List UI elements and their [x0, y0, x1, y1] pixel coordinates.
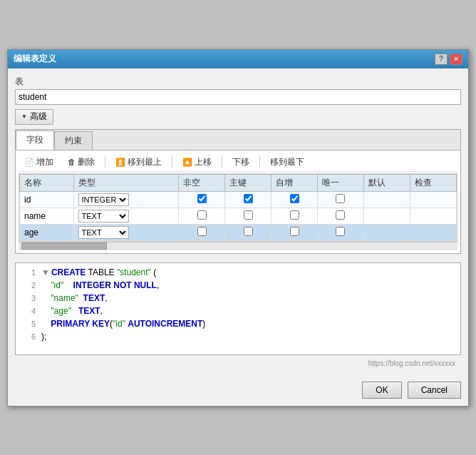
field-type-cell: INTEGERTEXTREALBLOB: [73, 191, 179, 208]
horizontal-scrollbar[interactable]: [19, 242, 457, 250]
unique-cell[interactable]: [317, 191, 363, 208]
col-type: 类型: [73, 174, 179, 191]
autoincr-cell[interactable]: [271, 191, 318, 208]
notnull-checkbox[interactable]: [197, 227, 207, 236]
advanced-button[interactable]: ▼ 高级: [15, 109, 53, 125]
sql-content: "age" TEXT,: [41, 305, 103, 317]
sql-content: "name" TEXT,: [41, 292, 108, 305]
line-num: 4: [19, 305, 36, 317]
autoincr-checkbox[interactable]: [290, 227, 299, 236]
table-header-row: 名称 类型 非空 主键 自增 唯一 默认 检查: [20, 174, 457, 191]
field-type-cell: TEXTINTEGERREALBLOB: [73, 224, 179, 240]
col-unique: 唯一: [317, 174, 363, 191]
sql-line-2: 2 "id" INTEGER NOT NULL,: [19, 279, 457, 292]
move-up-label: 上移: [195, 156, 212, 168]
move-bottom-button[interactable]: 移到最下: [266, 155, 309, 169]
title-bar: 编辑表定义 ? ✕: [8, 50, 468, 68]
move-down-label: 下移: [232, 156, 249, 168]
line-num: 5: [19, 317, 36, 330]
pk-cell[interactable]: [225, 191, 271, 208]
move-up-icon: 🔼: [182, 158, 192, 167]
table-row[interactable]: age TEXTINTEGERREALBLOB: [20, 224, 457, 240]
notnull-cell[interactable]: [179, 224, 225, 240]
col-autoincr: 自增: [271, 174, 318, 191]
field-name-cell[interactable]: id: [20, 191, 74, 208]
type-select[interactable]: TEXTINTEGERREALBLOB: [78, 210, 129, 223]
autoincr-cell[interactable]: [271, 208, 318, 224]
scroll-thumb[interactable]: [21, 242, 107, 250]
col-check: 检查: [410, 174, 456, 191]
dialog-title: 编辑表定义: [14, 53, 56, 65]
field-name-cell[interactable]: name: [20, 208, 74, 224]
tab-fields[interactable]: 字段: [16, 131, 54, 150]
unique-checkbox[interactable]: [336, 210, 345, 220]
notnull-cell[interactable]: [179, 191, 225, 208]
unique-checkbox[interactable]: [336, 194, 345, 203]
tabs-container: 字段 约束 📄 增加 🗑 删除 ⏫ 移: [15, 129, 461, 254]
pk-checkbox[interactable]: [244, 194, 253, 203]
default-cell[interactable]: [363, 208, 410, 224]
sql-content: ▼CREATE TABLE "student" (: [41, 266, 156, 279]
sql-line-6: 6 );: [19, 330, 457, 343]
pk-cell[interactable]: [225, 224, 271, 240]
table-name-input[interactable]: [15, 89, 461, 105]
autoincr-checkbox[interactable]: [290, 210, 299, 220]
unique-checkbox[interactable]: [336, 227, 345, 236]
notnull-checkbox[interactable]: [197, 194, 207, 203]
table-row[interactable]: name TEXTINTEGERREALBLOB: [20, 208, 457, 224]
sql-line-3: 3 "name" TEXT,: [19, 292, 457, 305]
field-table: 名称 类型 非空 主键 自增 唯一 默认 检查: [19, 174, 457, 241]
table-label: 表: [15, 76, 461, 88]
sql-line-1: 1 ▼CREATE TABLE "student" (: [19, 266, 457, 279]
unique-cell[interactable]: [317, 208, 363, 224]
help-button[interactable]: ?: [435, 53, 447, 65]
tab-content-fields: 📄 增加 🗑 删除 ⏫ 移到最上 🔼 上移: [16, 150, 460, 253]
ok-button[interactable]: OK: [362, 382, 401, 399]
move-top-icon: ⏫: [115, 158, 125, 167]
unique-cell[interactable]: [317, 224, 363, 240]
type-select[interactable]: TEXTINTEGERREALBLOB: [78, 226, 129, 239]
col-name: 名称: [20, 174, 74, 191]
sql-line-5: 5 PRIMARY KEY("id" AUTOINCREMENT): [19, 317, 457, 330]
move-up-button[interactable]: 🔼 上移: [178, 155, 216, 169]
tab-constraints[interactable]: 约束: [54, 131, 93, 150]
delete-button[interactable]: 🗑 删除: [63, 155, 99, 169]
col-pk: 主键: [225, 174, 271, 191]
pk-checkbox[interactable]: [244, 210, 253, 220]
table-section: 表: [15, 76, 461, 105]
move-down-button[interactable]: 下移: [228, 155, 254, 169]
default-cell[interactable]: [363, 191, 410, 208]
check-cell[interactable]: [410, 191, 456, 208]
table-row[interactable]: id INTEGERTEXTREALBLOB: [20, 191, 457, 208]
watermark: https://blog.csdn.net/xxxxxx: [15, 359, 461, 369]
field-type-cell: TEXTINTEGERREALBLOB: [73, 208, 179, 224]
toolbar: 📄 增加 🗑 删除 ⏫ 移到最上 🔼 上移: [19, 153, 457, 172]
move-bottom-label: 移到最下: [270, 156, 304, 168]
add-icon: 📄: [24, 158, 34, 167]
sql-content: PRIMARY KEY("id" AUTOINCREMENT): [41, 317, 205, 330]
check-cell[interactable]: [410, 224, 456, 240]
pk-cell[interactable]: [225, 208, 271, 224]
autoincr-checkbox[interactable]: [290, 194, 299, 203]
delete-label: 删除: [78, 156, 95, 168]
dialog: 编辑表定义 ? ✕ 表 ▼ 高级 字段 约束: [7, 49, 469, 407]
pk-checkbox[interactable]: [244, 227, 253, 236]
default-cell[interactable]: [363, 224, 410, 240]
cancel-button[interactable]: Cancel: [408, 382, 461, 399]
move-top-button[interactable]: ⏫ 移到最上: [111, 155, 166, 169]
notnull-cell[interactable]: [179, 208, 225, 224]
type-select[interactable]: INTEGERTEXTREALBLOB: [78, 193, 129, 206]
notnull-checkbox[interactable]: [197, 210, 207, 220]
add-button[interactable]: 📄 增加: [20, 155, 58, 169]
autoincr-cell[interactable]: [271, 224, 318, 240]
advanced-label: 高级: [30, 111, 47, 123]
collapse-icon[interactable]: ▼: [41, 267, 50, 277]
field-name-cell[interactable]: age: [20, 224, 74, 240]
divider-3: [222, 156, 222, 168]
bottom-buttons: OK Cancel: [8, 376, 468, 406]
close-button[interactable]: ✕: [450, 53, 462, 65]
divider-4: [259, 156, 260, 168]
check-cell[interactable]: [410, 208, 456, 224]
col-notnull: 非空: [179, 174, 225, 191]
line-num: 1: [19, 266, 36, 279]
